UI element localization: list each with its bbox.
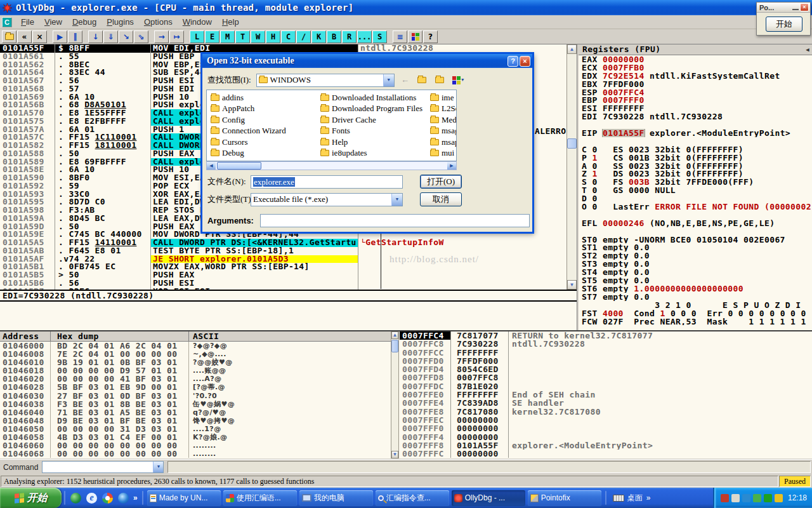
antivirus-icon[interactable]: [764, 494, 772, 502]
security-center-icon[interactable]: [721, 494, 729, 502]
stack-row[interactable]: 0007FFD80007FFC8: [400, 373, 812, 382]
dump-row[interactable]: 0104606000 00 00 0000 00 00 00........: [0, 441, 391, 450]
view-button-B[interactable]: B: [327, 30, 341, 43]
taskbar-button[interactable]: OllyDbg - ...: [452, 490, 525, 506]
dump-row[interactable]: 010460584B D3 03 01C4 EF 00 01K?@娘.@: [0, 433, 391, 441]
folder-item[interactable]: Fonts: [320, 126, 430, 137]
dump-row[interactable]: 0104606800 00 00 0000 00 00 00........: [0, 450, 391, 458]
folder-item[interactable]: Cursors: [211, 137, 320, 148]
new-folder-icon[interactable]: [434, 74, 448, 86]
scroll-down-icon[interactable]: ▼: [391, 451, 398, 458]
update-icon[interactable]: [753, 494, 761, 502]
pointofix-titlebar[interactable]: Po... ×: [757, 3, 810, 13]
command-input[interactable]: ▼: [42, 461, 164, 473]
chevron-down-icon[interactable]: ▼: [391, 194, 402, 206]
register-line[interactable]: [579, 121, 812, 129]
view-button-H[interactable]: H: [266, 30, 280, 43]
register-line[interactable]: EBX 7FFDF000: [579, 80, 812, 88]
scroll-up-icon[interactable]: ▲: [567, 44, 577, 54]
scrollbar-thumb[interactable]: [391, 340, 398, 352]
restart-button[interactable]: «: [17, 30, 32, 43]
view-button-K[interactable]: K: [311, 30, 326, 43]
menu-item-view[interactable]: View: [39, 16, 67, 28]
trace-into-button[interactable]: ↘: [119, 30, 133, 43]
stack-row[interactable]: 0007FFF400000000: [400, 433, 812, 441]
register-line[interactable]: ECX 0007FFB0: [579, 64, 812, 72]
stack-row[interactable]: 0007FFE47C839AD8SE handler: [400, 399, 812, 407]
dump-scrollbar[interactable]: ▲ ▼: [391, 331, 399, 458]
register-line[interactable]: EIP 0101A55F explorer.<ModuleEntryPoint>: [579, 129, 812, 137]
disasm-row[interactable]: 0101A5B1. 0FB745 ECMOVZX EAX,WORD PTR SS…: [0, 263, 566, 271]
patches-button[interactable]: [408, 30, 422, 43]
register-line[interactable]: ST3 empty 0.0: [579, 260, 812, 268]
register-line[interactable]: [579, 137, 812, 145]
start-button[interactable]: 开始: [0, 488, 62, 508]
register-line[interactable]: P 1 CS 001B 32bit 0(FFFFFFFF): [579, 154, 812, 162]
pointofix-start-button[interactable]: 开始: [766, 17, 802, 32]
close-program-button[interactable]: ×: [32, 30, 47, 43]
register-line[interactable]: ESP 0007FFC4: [579, 88, 812, 97]
keyboard-icon[interactable]: [613, 495, 624, 502]
view-button-M[interactable]: M: [220, 30, 235, 43]
arguments-input[interactable]: [260, 214, 530, 227]
view-button-C[interactable]: C: [281, 30, 296, 43]
folder-item[interactable]: Downloaded Installations: [320, 92, 430, 104]
dump-row[interactable]: 01046048D9 BE 03 01BF BE 03 01馋♥@拷♥@: [0, 417, 391, 425]
stack-row[interactable]: 0007FFE87C817080kernel32.7C817080: [400, 408, 812, 416]
folder-item[interactable]: AppPatch: [211, 104, 320, 115]
scroll-right-icon[interactable]: ▶: [447, 162, 456, 170]
view-button-W[interactable]: W: [251, 30, 265, 43]
help-icon[interactable]: ?: [508, 56, 518, 67]
folder-list[interactable]: addinsAppPatchConfigConnection WizardCur…: [206, 90, 457, 161]
stack-row[interactable]: 0007FFD48054C6ED: [400, 365, 812, 373]
disassembly-scrollbar[interactable]: ▲ ▼: [566, 44, 577, 290]
collapse-icon[interactable]: ◀: [806, 44, 809, 55]
stack-row[interactable]: 0007FFC47C817077RETURN to kernel32.7C817…: [400, 331, 812, 340]
stack-row[interactable]: 0007FFEC00000000: [400, 416, 812, 424]
network-icon[interactable]: [742, 494, 750, 502]
open-button[interactable]: 打开(O): [420, 175, 462, 189]
stack-row[interactable]: 0007FFD07FFDF000: [400, 357, 812, 365]
close-icon[interactable]: ×: [520, 56, 530, 67]
dump-row[interactable]: 0104601800 00 00 00D9 57 01 01....账@@: [0, 366, 391, 375]
dump-row[interactable]: 010460285B BF 03 01EB 9D 00 01[?@蒂.@: [0, 383, 391, 391]
folder-item[interactable]: ie8updates: [320, 148, 430, 159]
disasm-row[interactable]: 0101A5AF.v74 22JE SHORT explorer.0101A5D…: [0, 255, 566, 264]
register-line[interactable]: D 0: [579, 194, 812, 203]
menu-item-file[interactable]: File: [16, 16, 39, 28]
register-line[interactable]: FST 4000 Cond 1 0 0 0 Err 0 0 0 0 0 0 0 …: [579, 309, 812, 318]
desktop-overflow[interactable]: »: [646, 493, 651, 502]
folder-item[interactable]: msapps: [430, 137, 457, 148]
scroll-up-icon[interactable]: ▲: [391, 331, 398, 339]
pause-button[interactable]: ‖: [68, 30, 82, 43]
folder-item[interactable]: Media: [430, 114, 457, 126]
up-folder-icon[interactable]: [416, 74, 430, 86]
hex-dump-pane[interactable]: Address Hex dump ASCII 01046000BD 2C 04 …: [0, 331, 391, 458]
menu-item-options[interactable]: Options: [139, 16, 178, 28]
scrollbar-thumb[interactable]: [217, 162, 261, 170]
register-line[interactable]: ST4 empty 0.0: [579, 268, 812, 276]
run-button[interactable]: ▶: [53, 30, 67, 43]
open-file-button[interactable]: [2, 30, 16, 43]
taskbar-button[interactable]: 使用汇编语...: [223, 490, 297, 506]
stack-row[interactable]: 0007FFDC87B1E020: [400, 382, 812, 391]
dump-row[interactable]: 0104602000 00 00 0041 BF 03 01....A?@: [0, 375, 391, 383]
go-to-address-button[interactable]: ↦: [169, 30, 184, 43]
browser-icon[interactable]: [118, 493, 129, 504]
scroll-left-icon[interactable]: ◀: [207, 162, 216, 170]
menu-item-plugins[interactable]: Plugins: [102, 16, 139, 28]
registers-pane[interactable]: Registers (FPU) ◀ EAX 00000000ECX 0007FF…: [579, 44, 812, 330]
dump-row[interactable]: 0104604071 BE 03 01A5 BE 03 01q?@/♥@: [0, 408, 391, 417]
stack-row[interactable]: 0007FFC87C930228ntdll.7C930228: [400, 340, 812, 348]
menu-item-window[interactable]: Window: [178, 16, 217, 28]
register-line[interactable]: ST0 empty -UNORM BCE0 01050104 002E0067: [579, 236, 812, 244]
register-line[interactable]: ST2 empty 0.0: [579, 251, 812, 260]
shield-icon[interactable]: [775, 494, 783, 502]
cancel-button[interactable]: 取消: [420, 192, 462, 206]
view-button-L[interactable]: L: [190, 30, 204, 43]
chevron-down-icon[interactable]: ▼: [153, 462, 163, 472]
register-line[interactable]: ST1 empty 0.0: [579, 243, 812, 251]
dump-row[interactable]: 010460109B 19 01 010B BF 03 01?@@姣♥@: [0, 358, 391, 366]
register-line[interactable]: [579, 227, 812, 236]
view-button-E[interactable]: E: [205, 30, 219, 43]
